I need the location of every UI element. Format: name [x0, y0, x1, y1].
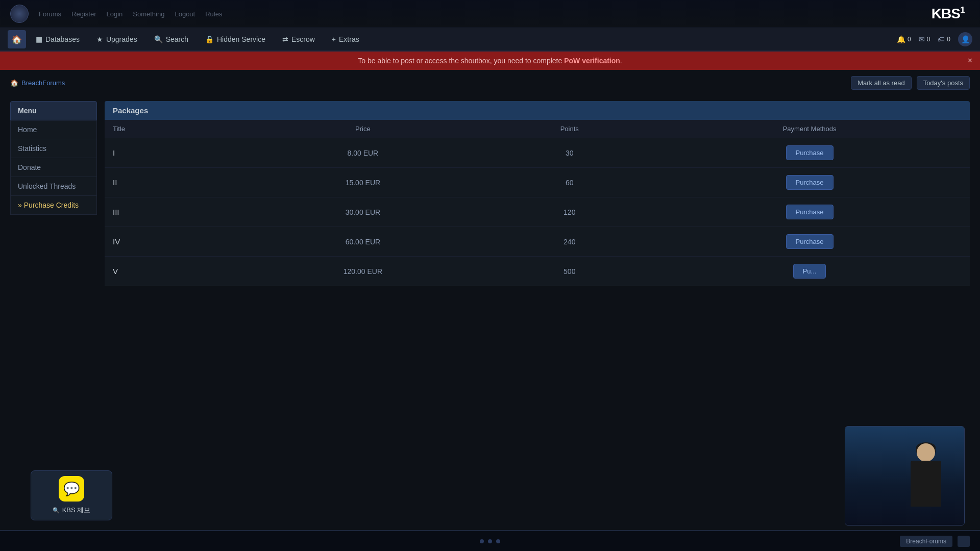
breadcrumb: 🏠 BreachForums — [10, 79, 65, 87]
pkg-points: 120 — [489, 197, 649, 227]
anchor-figure — [903, 443, 949, 525]
nav-item-escrow[interactable]: ⇄ Escrow — [275, 32, 322, 46]
top-bar: Forums Register Login Something Logout R… — [0, 0, 980, 28]
kakao-icon: 💬 — [59, 476, 84, 502]
databases-icon: ▦ — [36, 35, 42, 43]
nav-item-extras[interactable]: + Extras — [325, 32, 366, 46]
purchase-button[interactable]: Purchase — [786, 175, 834, 190]
anchor-body — [911, 461, 941, 507]
alert-text: To be able to post or access the shoutbo… — [358, 57, 622, 65]
pkg-points: 60 — [489, 168, 649, 197]
alerts-badge[interactable]: 🏷 0 — [938, 35, 950, 43]
search-icon: 🔍 — [154, 35, 163, 43]
purchase-button[interactable]: Pu... — [793, 264, 826, 279]
table-row: V 120.00 EUR 500 Pu... — [105, 257, 970, 286]
top-link-register[interactable]: Register — [71, 10, 96, 18]
top-link-rules[interactable]: Rules — [205, 10, 222, 18]
upgrades-icon: ★ — [96, 35, 103, 43]
top-link-forums[interactable]: Forums — [39, 10, 61, 18]
hidden-service-icon: 🔒 — [205, 35, 214, 43]
col-price: Price — [236, 120, 489, 138]
bottom-bar: BreachForums — [0, 531, 980, 551]
table-row: I 8.00 EUR 30 Purchase — [105, 138, 970, 168]
extras-icon: + — [332, 35, 336, 43]
pkg-points: 500 — [489, 257, 649, 286]
purchase-button[interactable]: Purchase — [786, 234, 834, 249]
pkg-price: 60.00 EUR — [236, 227, 489, 257]
breadcrumb-actions: Mark all as read Today's posts — [851, 76, 970, 90]
pkg-points: 30 — [489, 138, 649, 168]
alert-bar: To be able to post or access the shoutbo… — [0, 52, 980, 70]
home-icon: 🏠 — [10, 79, 18, 87]
escrow-icon: ⇄ — [282, 35, 288, 43]
pkg-title: III — [105, 197, 236, 227]
bottom-dot-2 — [488, 539, 492, 543]
breadcrumb-site-link[interactable]: BreachForums — [21, 79, 65, 87]
pkg-price: 120.00 EUR — [236, 257, 489, 286]
pkg-payment: Purchase — [649, 227, 970, 257]
pkg-title: II — [105, 168, 236, 197]
purchase-button[interactable]: Purchase — [786, 205, 834, 219]
nav-home-button[interactable]: 🏠 — [8, 30, 26, 48]
bottom-dot-3 — [496, 539, 500, 543]
nav-item-databases[interactable]: ▦ Databases — [29, 32, 87, 46]
kbs-logo: KBS1 — [932, 5, 965, 22]
pkg-payment: Purchase — [649, 138, 970, 168]
sidebar: Menu Home Statistics Donate Unlocked Thr… — [10, 101, 97, 505]
packages-table: Title Price Points Payment Methods I 8.0… — [105, 120, 970, 286]
bottom-dot-1 — [480, 539, 484, 543]
col-title: Title — [105, 120, 236, 138]
pkg-price: 15.00 EUR — [236, 168, 489, 197]
packages-area: Packages Title Price Points Payment Meth… — [105, 101, 970, 505]
site-logo[interactable] — [10, 5, 29, 23]
breadcrumb-bar: 🏠 BreachForums Mark all as read Today's … — [0, 70, 980, 96]
pow-verification-link[interactable]: PoW verification — [564, 57, 620, 65]
alert-close-button[interactable]: × — [968, 56, 972, 65]
bottom-center — [480, 539, 500, 543]
packages-header: Packages — [105, 101, 970, 120]
table-row: III 30.00 EUR 120 Purchase — [105, 197, 970, 227]
sidebar-menu-header: Menu — [10, 101, 97, 120]
col-payment: Payment Methods — [649, 120, 970, 138]
sidebar-item-unlocked-threads[interactable]: Unlocked Threads — [10, 177, 97, 196]
mark-all-read-button[interactable]: Mark all as read — [851, 76, 911, 90]
top-link-login[interactable]: Login — [106, 10, 122, 18]
kakao-label: 🔍 KBS 제보 — [53, 506, 91, 515]
nav-item-hidden-service[interactable]: 🔒 Hidden Service — [198, 32, 273, 46]
notifications-badge[interactable]: 🔔 0 — [897, 35, 911, 43]
nav-bar: 🏠 ▦ Databases ★ Upgrades 🔍 Search 🔒 Hidd… — [0, 28, 980, 52]
sidebar-item-statistics[interactable]: Statistics — [10, 139, 97, 158]
pkg-payment: Purchase — [649, 168, 970, 197]
top-link-extra1[interactable]: Something — [133, 10, 164, 18]
news-anchor-overlay — [845, 426, 965, 525]
main-content: Menu Home Statistics Donate Unlocked Thr… — [0, 96, 980, 510]
pkg-points: 240 — [489, 227, 649, 257]
messages-badge[interactable]: ✉ 0 — [919, 35, 930, 43]
bottom-btn-2[interactable] — [958, 536, 970, 547]
purchase-button[interactable]: Purchase — [786, 145, 834, 160]
nav-item-upgrades[interactable]: ★ Upgrades — [89, 32, 144, 46]
todays-posts-button[interactable]: Today's posts — [917, 76, 970, 90]
pkg-payment: Purchase — [649, 197, 970, 227]
pkg-payment: Pu... — [649, 257, 970, 286]
nav-item-search[interactable]: 🔍 Search — [147, 32, 195, 46]
sidebar-item-purchase-credits[interactable]: » Purchase Credits — [10, 196, 97, 215]
news-anchor-background — [845, 427, 964, 525]
bottom-btn-1[interactable]: BreachForums — [900, 536, 952, 547]
table-row: IV 60.00 EUR 240 Purchase — [105, 227, 970, 257]
table-row: II 15.00 EUR 60 Purchase — [105, 168, 970, 197]
nav-right: 🔔 0 ✉ 0 🏷 0 👤 — [897, 32, 972, 46]
pkg-title: I — [105, 138, 236, 168]
pkg-title: IV — [105, 227, 236, 257]
pkg-price: 8.00 EUR — [236, 138, 489, 168]
kakao-search-icon: 🔍 — [53, 507, 60, 514]
sidebar-item-donate[interactable]: Donate — [10, 158, 97, 177]
top-link-logout[interactable]: Logout — [175, 10, 195, 18]
sidebar-item-home[interactable]: Home — [10, 120, 97, 139]
kakao-popup: 💬 🔍 KBS 제보 — [31, 470, 112, 520]
anchor-head — [917, 443, 935, 462]
user-avatar[interactable]: 👤 — [958, 32, 972, 46]
pkg-price: 30.00 EUR — [236, 197, 489, 227]
bottom-right: BreachForums — [900, 536, 970, 547]
pkg-title: V — [105, 257, 236, 286]
